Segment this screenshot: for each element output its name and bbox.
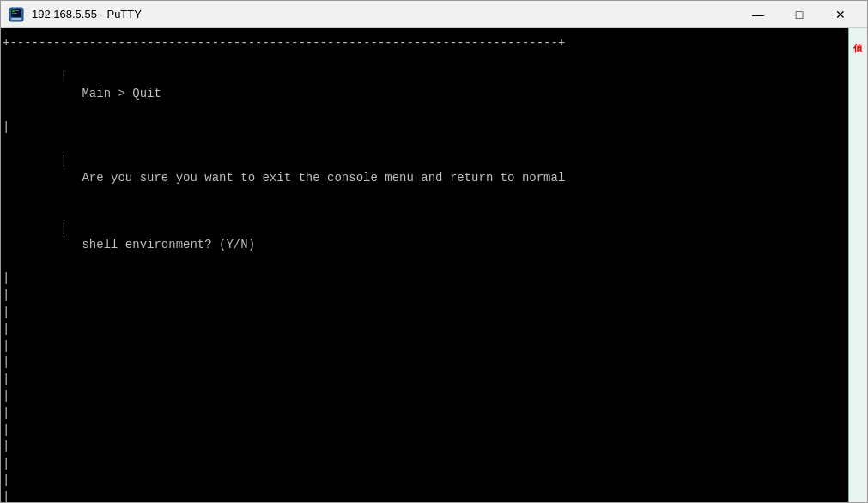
terminal-area[interactable]: +---------------------------------------…: [1, 28, 867, 502]
close-button[interactable]: ✕: [821, 1, 860, 28]
side-border-3: |: [60, 221, 67, 235]
empty-line-12: |: [1, 439, 867, 456]
right-side-panel: 值: [848, 28, 867, 502]
empty-line-9: |: [1, 388, 867, 405]
question-line-2: | shell environment? (Y/N): [1, 203, 867, 270]
empty-line-11: |: [1, 422, 867, 439]
empty-line-2: |: [1, 270, 867, 288]
empty-line-15: |: [1, 489, 867, 502]
menu-path-text: Main > Quit: [60, 87, 161, 100]
svg-rect-3: [15, 10, 19, 11]
empty-line-14: |: [1, 472, 867, 489]
side-border-2: |: [60, 154, 67, 167]
empty-line-4: |: [1, 305, 867, 322]
empty-line-6: |: [1, 338, 867, 355]
empty-line-3: |: [1, 288, 867, 305]
empty-line-5: |: [1, 321, 867, 338]
terminal-content: +---------------------------------------…: [1, 28, 867, 502]
svg-rect-5: [11, 18, 21, 20]
title-bar: 192.168.5.55 - PuTTY — □ ✕: [1, 1, 867, 28]
border-top-line: +---------------------------------------…: [1, 35, 867, 52]
svg-rect-2: [12, 10, 15, 12]
question-text-1: Are you sure you want to exit the consol…: [60, 171, 565, 185]
putty-window: 192.168.5.55 - PuTTY — □ ✕ +------------…: [0, 0, 868, 503]
empty-line-8: |: [1, 372, 867, 389]
empty-line-10: |: [1, 405, 867, 422]
empty-line-13: |: [1, 456, 867, 473]
app-icon: [8, 6, 25, 23]
window-title: 192.168.5.55 - PuTTY: [32, 8, 738, 21]
svg-rect-4: [12, 13, 17, 14]
question-line-1: | Are you sure you want to exit the cons…: [1, 136, 867, 203]
menu-path-line: | Main > Quit: [1, 52, 867, 119]
empty-line-1: |: [1, 119, 867, 136]
question-text-2: shell environment? (Y/N): [60, 238, 255, 252]
side-border-left: |: [60, 70, 67, 83]
maximize-button[interactable]: □: [780, 1, 819, 28]
window-controls: — □ ✕: [738, 1, 860, 28]
minimize-button[interactable]: —: [738, 1, 778, 28]
empty-line-7: |: [1, 355, 867, 372]
